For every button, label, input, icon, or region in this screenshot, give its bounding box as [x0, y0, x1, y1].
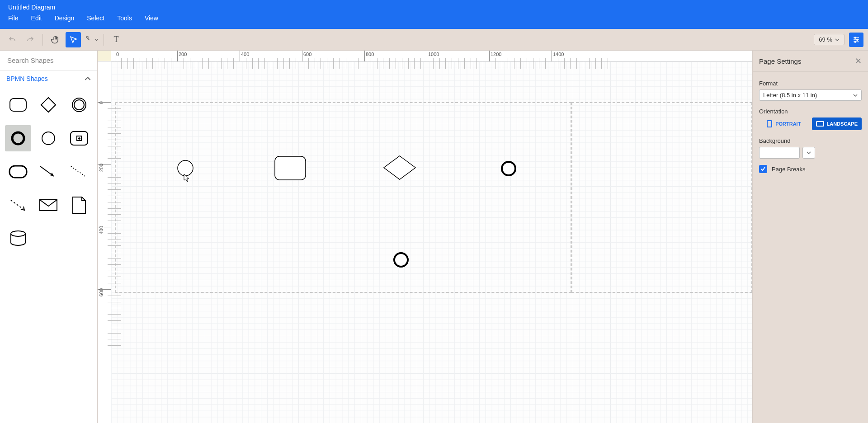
shape-dotted-line[interactable] — [66, 159, 92, 185]
search-input[interactable] — [6, 56, 91, 65]
header: Untitled Diagram File Edit Design Select… — [0, 0, 868, 29]
svg-point-9 — [74, 100, 84, 110]
format-select[interactable]: Letter (8.5 in x 11 in) — [759, 89, 862, 101]
background-row — [759, 147, 862, 159]
svg-point-23 — [178, 160, 193, 176]
chevron-down-icon — [835, 38, 840, 42]
separator — [104, 34, 104, 46]
redo-button[interactable] — [23, 32, 38, 47]
shape-double-circle[interactable] — [66, 92, 92, 118]
landscape-label: LANDSCAPE — [827, 121, 858, 127]
ruler-tick-label: 0 — [99, 101, 104, 104]
canvas-shape-start-event[interactable] — [176, 159, 194, 177]
menu-file[interactable]: File — [8, 14, 19, 22]
shapes-panel: BPMN Shapes — [0, 51, 98, 423]
menu-tools[interactable]: Tools — [117, 14, 132, 22]
canvas[interactable] — [111, 61, 752, 423]
ruler-tick-label: 600 — [99, 288, 104, 296]
connector-tool-button[interactable] — [84, 32, 99, 47]
svg-point-22 — [11, 231, 25, 236]
shape-envelope[interactable] — [35, 192, 61, 218]
menu-design[interactable]: Design — [55, 14, 75, 22]
document-title: Untitled Diagram — [0, 0, 868, 12]
page-settings-panel: Page Settings ✕ Format Letter (8.5 in x … — [752, 51, 868, 423]
svg-rect-29 — [816, 122, 824, 126]
format-label: Format — [759, 80, 862, 87]
ruler-horizontal: 0200400600800100012001400 — [111, 51, 752, 61]
background-dropdown[interactable] — [802, 147, 815, 159]
canvas-shape-gateway[interactable] — [382, 155, 417, 181]
svg-point-5 — [854, 41, 856, 42]
ruler-vertical: 0200400600 — [98, 61, 111, 423]
shape-circle[interactable] — [35, 125, 61, 151]
ruler-tick-label: 800 — [366, 52, 374, 57]
canvas-shape-task[interactable] — [274, 155, 307, 181]
shape-subprocess[interactable] — [66, 125, 92, 151]
separator — [42, 34, 43, 46]
format-panel-toggle[interactable] — [849, 33, 863, 47]
orientation-label: Orientation — [759, 108, 862, 115]
svg-point-11 — [42, 132, 55, 145]
shape-data-store[interactable] — [5, 226, 31, 252]
svg-point-3 — [854, 37, 856, 38]
pan-tool-button[interactable] — [47, 32, 63, 47]
shape-dashed-arrow[interactable] — [5, 192, 31, 218]
ruler-tick-label: 1400 — [553, 52, 564, 57]
ruler-tick-label: 600 — [303, 52, 311, 57]
orientation-landscape-button[interactable]: LANDSCAPE — [812, 118, 862, 130]
panel-body: Format Letter (8.5 in x 11 in) Orientati… — [753, 72, 868, 179]
chevron-down-icon — [94, 38, 98, 42]
panel-header: Page Settings ✕ — [753, 51, 868, 72]
ruler-tick-label: 1000 — [428, 52, 439, 57]
close-icon[interactable]: ✕ — [855, 56, 862, 66]
svg-point-10 — [12, 132, 24, 144]
chevron-up-icon — [85, 75, 91, 82]
body: BPMN Shapes — [0, 51, 868, 423]
background-label: Background — [759, 137, 862, 144]
canvas-shape-end-event[interactable] — [500, 160, 517, 177]
background-color-swatch[interactable] — [759, 147, 800, 159]
ruler-tick-label: 200 — [99, 164, 104, 172]
page-breaks-checkbox[interactable]: Page Breaks — [759, 165, 862, 173]
pointer-tool-button[interactable] — [66, 32, 81, 47]
shape-page[interactable] — [66, 192, 92, 218]
svg-line-20 — [11, 200, 24, 209]
menu-view[interactable]: View — [145, 14, 158, 22]
menu-bar: File Edit Design Select Tools View — [0, 12, 868, 26]
shape-rounded-rect[interactable] — [5, 92, 31, 118]
canvas-area: 0200400600800100012001400 0200400600 — [98, 51, 752, 423]
search-container — [0, 51, 97, 70]
ruler-tick-label: 400 — [99, 226, 104, 234]
format-value: Letter (8.5 in x 11 in) — [763, 92, 817, 99]
orientation-row: PORTRAIT LANDSCAPE — [759, 118, 862, 130]
text-tool-button[interactable]: T — [108, 32, 124, 47]
portrait-label: PORTRAIT — [775, 121, 801, 127]
page-break-outline — [115, 102, 571, 293]
zoom-level[interactable]: 69 % — [814, 34, 844, 45]
chevron-down-icon — [807, 150, 811, 155]
landscape-icon — [816, 121, 824, 127]
svg-line-19 — [71, 166, 86, 177]
canvas-shape-end-event[interactable] — [392, 251, 410, 268]
svg-rect-6 — [10, 99, 26, 111]
svg-marker-25 — [384, 156, 415, 179]
svg-marker-7 — [41, 98, 56, 112]
page-break-outline — [571, 102, 752, 293]
shape-category-header[interactable]: BPMN Shapes — [0, 70, 97, 87]
shape-diamond[interactable] — [35, 92, 61, 118]
menu-edit[interactable]: Edit — [31, 14, 42, 22]
shape-solid-arrow[interactable] — [35, 159, 61, 185]
panel-title: Page Settings — [759, 57, 801, 65]
orientation-portrait-button[interactable]: PORTRAIT — [759, 118, 808, 130]
ruler-tick-label: 400 — [241, 52, 249, 57]
shape-thick-circle[interactable] — [5, 125, 31, 151]
svg-point-4 — [857, 39, 858, 40]
menu-select[interactable]: Select — [87, 14, 104, 22]
ruler-tick-label: 1200 — [491, 52, 501, 57]
shape-pill[interactable] — [5, 159, 31, 185]
undo-button[interactable] — [5, 32, 20, 47]
svg-point-27 — [394, 253, 408, 267]
toolbar: T 69 % — [0, 29, 868, 51]
portrait-icon — [766, 120, 773, 127]
toolbar-right: 69 % — [814, 33, 863, 47]
